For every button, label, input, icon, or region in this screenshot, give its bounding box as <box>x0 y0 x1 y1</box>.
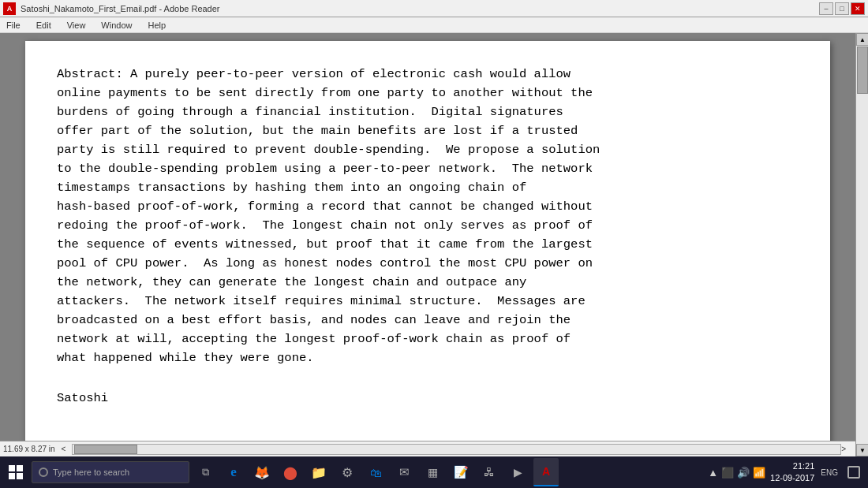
window-controls: – □ ✕ <box>819 2 865 15</box>
menu-bar: File Edit View Window Help <box>0 17 868 33</box>
adobe-app-icon: A <box>3 2 16 15</box>
media-player-icon[interactable]: ▶ <box>505 460 530 485</box>
scroll-thumb[interactable] <box>857 47 868 94</box>
edge-browser-icon: e <box>230 464 237 480</box>
start-button[interactable] <box>3 460 28 485</box>
page-scroll-right[interactable]: > <box>841 445 846 453</box>
tray-network-icon[interactable]: 📶 <box>753 467 765 479</box>
notification-center-button[interactable] <box>843 461 865 483</box>
pdf-page: Abstract: A purely peer-to-peer version … <box>25 41 830 441</box>
taskbar-search-box[interactable]: Type here to search <box>32 461 189 483</box>
close-button[interactable]: ✕ <box>851 2 865 15</box>
title-bar-left: A Satoshi_Nakamoto_First_Email.pdf - Ado… <box>3 2 220 15</box>
bottom-bar: 11.69 x 8.27 in < > <box>0 441 855 456</box>
scroll-track[interactable] <box>856 46 868 444</box>
store-bag-icon: 🛍 <box>370 466 382 479</box>
settings-icon[interactable]: ⚙ <box>335 460 360 485</box>
system-tray: ▲ ⬛ 🔊 📶 21:21 12-09-2017 ENG <box>708 460 865 485</box>
menu-view[interactable]: View <box>64 19 89 32</box>
locale-indicator: ENG <box>821 468 838 477</box>
tray-chevron-icon[interactable]: ▲ <box>708 467 718 479</box>
menu-help[interactable]: Help <box>144 19 169 32</box>
pdf-scroll-area[interactable]: Abstract: A purely peer-to-peer version … <box>0 33 855 441</box>
task-view-button[interactable]: ⧉ <box>193 460 218 485</box>
tray-tablet-icon[interactable]: ⬛ <box>721 467 734 479</box>
maximize-button[interactable]: □ <box>835 2 849 15</box>
store-icon[interactable]: 🛍 <box>363 460 388 485</box>
notepad-icon[interactable]: 📝 <box>448 460 473 485</box>
title-bar: A Satoshi_Nakamoto_First_Email.pdf - Ado… <box>0 0 868 17</box>
minimize-button[interactable]: – <box>819 2 833 15</box>
clock-time: 21:21 <box>770 460 814 472</box>
page-scroll-left[interactable]: < <box>62 445 66 453</box>
page-size: 11.69 x 8.27 in <box>3 445 55 453</box>
calculator-app-icon: ▦ <box>428 466 438 479</box>
main-area: Abstract: A purely peer-to-peer version … <box>0 33 868 456</box>
scroll-down-button[interactable]: ▼ <box>856 444 868 456</box>
network-icon[interactable]: 🖧 <box>477 460 502 485</box>
file-explorer-folder-icon: 📁 <box>311 465 327 480</box>
tray-volume-icon[interactable]: 🔊 <box>737 467 750 479</box>
menu-window[interactable]: Window <box>98 19 135 32</box>
chrome-browser-icon: ⬤ <box>283 465 297 480</box>
firefox-browser-icon: 🦊 <box>254 465 270 480</box>
taskbar: Type here to search ⧉ e 🦊 ⬤ 📁 ⚙ 🛍 ✉ ▦ 📝 … <box>0 456 868 488</box>
acrobat-taskbar-icon[interactable]: A <box>533 458 559 486</box>
task-view-icon: ⧉ <box>202 466 209 479</box>
notepad-app-icon: 📝 <box>454 465 469 479</box>
search-icon <box>39 468 48 477</box>
network-app-icon: 🖧 <box>484 466 495 479</box>
pdf-signature: Satoshi <box>57 391 799 405</box>
mail-icon[interactable]: ✉ <box>391 460 417 485</box>
tray-icon-area: ▲ ⬛ 🔊 📶 <box>708 467 765 479</box>
edge-icon[interactable]: e <box>221 460 246 485</box>
h-scroll-thumb[interactable] <box>74 445 137 454</box>
calculator-icon[interactable]: ▦ <box>420 460 445 485</box>
vertical-scrollbar[interactable]: ▲ ▼ <box>855 33 868 456</box>
windows-logo-icon <box>9 465 23 479</box>
menu-file[interactable]: File <box>3 19 24 32</box>
scroll-up-button[interactable]: ▲ <box>856 33 868 46</box>
acrobat-app-icon: A <box>542 465 550 478</box>
settings-gear-icon: ⚙ <box>342 465 353 480</box>
notification-icon <box>847 466 860 479</box>
menu-edit[interactable]: Edit <box>33 19 54 32</box>
pdf-content: Abstract: A purely peer-to-peer version … <box>57 65 799 367</box>
firefox-icon[interactable]: 🦊 <box>249 460 275 485</box>
search-placeholder: Type here to search <box>53 468 129 477</box>
clock-date: 12-09-2017 <box>770 472 814 484</box>
horizontal-scrollbar[interactable] <box>72 444 841 455</box>
chrome-icon[interactable]: ⬤ <box>278 460 303 485</box>
media-play-icon: ▶ <box>514 466 522 479</box>
file-explorer-icon[interactable]: 📁 <box>306 460 331 485</box>
window-title: Satoshi_Nakamoto_First_Email.pdf - Adobe… <box>21 4 220 13</box>
pdf-viewer: Abstract: A purely peer-to-peer version … <box>0 33 855 456</box>
system-clock[interactable]: 21:21 12-09-2017 <box>770 460 814 485</box>
mail-envelope-icon: ✉ <box>399 465 410 479</box>
